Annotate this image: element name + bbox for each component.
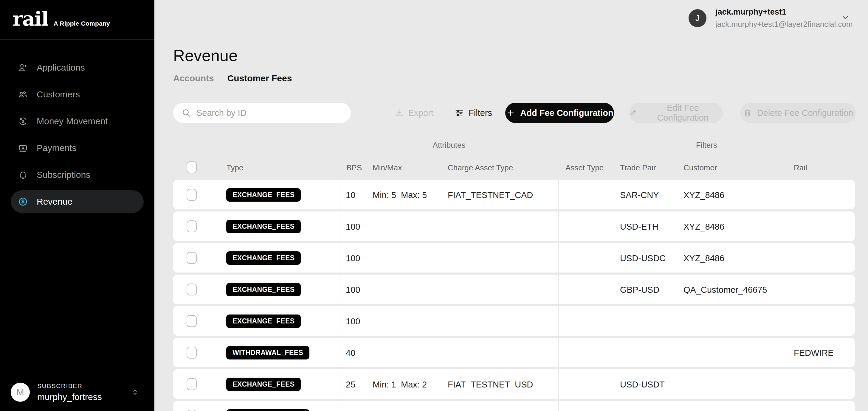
fee-type-badge: EXCHANGE_FEES <box>226 283 301 296</box>
column-header-customer: Customer <box>683 163 717 172</box>
subscriber-switcher[interactable]: M SUBSCRIBER murphy_fortress <box>11 382 144 402</box>
column-header-type: Type <box>226 163 243 172</box>
cell-trade-pair: SAR-CNY <box>620 190 659 200</box>
export-label: Export <box>408 108 433 118</box>
table-row[interactable]: EXCHANGE_FEES 100 USD-ETH XYZ_8486 <box>173 211 855 241</box>
cell-trade-pair: USD-ETH <box>620 222 658 232</box>
fee-type-badge: EXCHANGE_FEES <box>226 251 301 265</box>
banknote-icon <box>18 143 28 153</box>
rail-logo: rail <box>12 9 48 29</box>
row-checkbox[interactable] <box>187 315 197 327</box>
column-header-charge-asset-type: Charge Asset Type <box>448 163 513 172</box>
dollar-circle-icon <box>18 197 28 206</box>
group-label-attributes: Attributes <box>340 141 558 150</box>
row-checkbox[interactable] <box>187 283 197 296</box>
bell-icon <box>18 170 28 180</box>
sidebar-item-label: Applications <box>37 63 85 73</box>
brand-logo: rail A Ripple Company <box>12 9 110 29</box>
user-email: jack.murphy+test1@layer2financial.com <box>715 20 853 29</box>
column-header-rail: Rail <box>794 163 807 172</box>
search-input[interactable] <box>196 108 340 118</box>
tab-customer-fees[interactable]: Customer Fees <box>227 73 292 83</box>
delete-fee-configuration-button[interactable]: Delete Fee Configuration <box>740 103 856 123</box>
sidebar-item-subscriptions[interactable]: Subscriptions <box>0 162 154 188</box>
table-row[interactable]: EXCHANGE_FEES 100 <box>173 306 855 336</box>
row-group-divider <box>340 243 340 273</box>
cell-trade-pair: GBP-USD <box>620 285 659 295</box>
trash-icon <box>743 108 752 117</box>
tab-accounts[interactable]: Accounts <box>173 73 214 83</box>
cell-bps: 100 <box>346 317 360 327</box>
group-label-filters: Filters <box>558 141 855 150</box>
row-group-divider <box>340 275 340 304</box>
cell-customer: QA_Customer_46675 <box>683 285 767 295</box>
sidebar-item-label: Customers <box>37 89 80 100</box>
cell-bps: 100 <box>346 253 360 263</box>
unfold-more-icon[interactable] <box>130 388 140 397</box>
user-menu[interactable]: J jack.murphy+test1 jack.murphy+test1@la… <box>688 7 853 29</box>
row-group-divider <box>340 401 340 411</box>
sidebar-item-label: Subscriptions <box>37 170 90 180</box>
sidebar-item-money-movement[interactable]: $ Money Movement <box>0 108 154 135</box>
cell-charge-asset-type: FIAT_TESTNET_USD <box>448 380 533 389</box>
row-checkbox[interactable] <box>187 252 197 264</box>
cell-customer: XYZ_8486 <box>683 222 724 232</box>
cell-bps: 100 <box>346 285 360 295</box>
table-row[interactable]: EXCHANGE_FEES 100 GBP-USD QA_Customer_46… <box>173 275 855 304</box>
fee-type-badge: EXCHANGE_FEES <box>226 314 301 328</box>
user-name: jack.murphy+test1 <box>715 7 853 17</box>
fee-type-badge: EXCHANGE_FEES <box>226 378 301 391</box>
delete-fee-configuration-label: Delete Fee Configuration <box>757 108 853 118</box>
filters-button[interactable]: Filters <box>454 103 492 123</box>
table-row[interactable]: EXCHANGE_FEES 25 Min: 1 Max: 2 FIAT_TEST… <box>173 369 855 399</box>
row-group-divider <box>558 243 559 273</box>
cell-trade-pair: USD-USDC <box>620 253 665 263</box>
edit-fee-configuration-button[interactable]: Edit Fee Configuration <box>629 103 723 123</box>
cell-charge-asset-type: FIAT_TESTNET_CAD <box>448 190 533 200</box>
column-header-bps: BPS <box>346 163 362 172</box>
add-fee-configuration-button[interactable]: Add Fee Configuration <box>505 103 614 123</box>
sidebar: rail A Ripple Company Applications Custo… <box>0 0 154 411</box>
edit-fee-configuration-label: Edit Fee Configuration <box>643 103 723 123</box>
money-cycle-icon: $ <box>18 116 28 126</box>
fee-type-badge: EXCHANGE_FEES <box>226 220 301 233</box>
cell-bps: 40 <box>346 348 355 358</box>
table-row[interactable]: EXCHANGE_FEES 100 USD-USDC XYZ_8486 <box>173 243 855 273</box>
row-checkbox[interactable] <box>187 378 197 390</box>
users-icon <box>18 90 28 99</box>
sidebar-item-applications[interactable]: Applications <box>0 54 154 81</box>
page-title: Revenue <box>173 46 238 65</box>
cell-bps: 100 <box>346 222 360 232</box>
row-group-divider <box>558 306 559 336</box>
row-checkbox[interactable] <box>187 220 197 232</box>
cell-rail: FEDWIRE <box>794 348 834 358</box>
row-checkbox[interactable] <box>187 347 197 358</box>
sidebar-nav: Applications Customers $ Money Movement … <box>0 54 154 215</box>
add-fee-configuration-label: Add Fee Configuration <box>520 108 614 118</box>
table-row[interactable]: EXCHANGE_FEES 10 Min: 5 Max: 5 FIAT_TEST… <box>173 180 855 209</box>
sidebar-item-label: Revenue <box>37 197 72 207</box>
fee-type-badge: WITHDRAWAL_FEES <box>226 409 309 411</box>
sidebar-divider <box>0 39 154 40</box>
row-group-divider <box>558 401 559 411</box>
svg-text:$: $ <box>22 119 24 124</box>
table-row[interactable]: WITHDRAWAL_FEES 40 FEDWIRE <box>173 338 855 367</box>
select-all-checkbox[interactable] <box>187 162 197 173</box>
sidebar-item-customers[interactable]: Customers <box>0 81 154 108</box>
cell-customer: XYZ_8486 <box>683 253 724 263</box>
cell-bps: 10 <box>346 190 355 200</box>
row-group-divider <box>558 369 559 399</box>
row-group-divider <box>340 369 340 399</box>
column-header-minmax: Min/Max <box>373 163 402 172</box>
plus-icon <box>506 108 516 117</box>
row-checkbox[interactable] <box>187 410 197 411</box>
export-button[interactable]: Export <box>394 103 433 123</box>
cell-minmax: Min: 5 Max: 5 <box>373 190 427 200</box>
table-row[interactable]: WITHDRAWAL_FEES <box>173 401 855 411</box>
sidebar-item-revenue[interactable]: Revenue <box>11 190 144 213</box>
row-group-divider <box>558 275 559 304</box>
chevron-down-icon[interactable] <box>841 12 850 22</box>
sidebar-item-label: Payments <box>37 143 76 153</box>
sidebar-item-payments[interactable]: Payments <box>0 135 154 162</box>
row-checkbox[interactable] <box>187 189 197 201</box>
